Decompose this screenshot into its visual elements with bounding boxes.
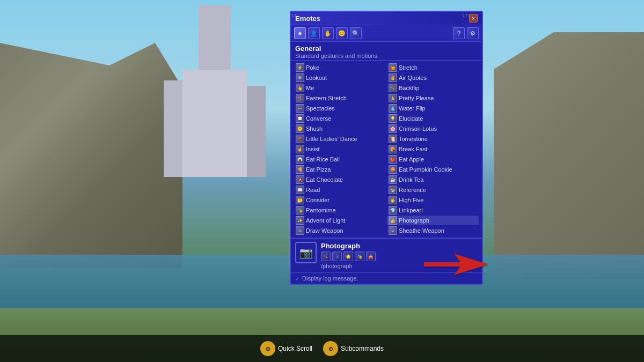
list-item[interactable]: 🍙Eat Rice Ball — [294, 154, 386, 164]
cliff-left — [0, 43, 182, 268]
emote-name: Consider — [306, 197, 330, 203]
bottom-bar: ⊙ Quick Scroll ⊙ Subcommands — [0, 335, 644, 362]
list-item[interactable]: 💃Little Ladies' Dance — [294, 134, 386, 144]
list-item[interactable]: 📚Reference — [387, 185, 479, 195]
emote-list-area[interactable]: ⚡Poke 👁Lookout 👆Me 🤸Eastern Stretch 👓Spe… — [291, 61, 482, 238]
emote-icon: 📖 — [296, 186, 304, 194]
list-item[interactable]: 🙆Stretch — [387, 63, 479, 72]
emote-icon: 🤫 — [296, 124, 304, 133]
emote-command: /photograph — [321, 263, 478, 269]
list-item[interactable]: 🍫Eat Chocolate — [294, 175, 386, 184]
list-item[interactable]: 🤸Backflip — [387, 83, 479, 93]
emote-name: Shush — [306, 125, 323, 132]
emote-icon: 👍 — [389, 216, 397, 225]
emote-icon: 🤸 — [389, 84, 397, 92]
list-item[interactable]: 🍕Eat Pizza — [294, 165, 386, 174]
list-item[interactable]: 🙏Pretty Please — [387, 93, 479, 103]
emote-icon: 👆 — [296, 84, 304, 92]
emote-name: Reference — [399, 187, 426, 193]
settings-button[interactable]: ⚙ — [467, 27, 479, 39]
sub-icon-5: 🎪 — [366, 252, 376, 261]
emote-name: Photograph — [399, 217, 429, 224]
emote-name: Poke — [306, 64, 319, 71]
list-item[interactable]: 👓Spectacles — [294, 104, 386, 113]
list-item[interactable]: 🤫Shush — [294, 124, 386, 134]
list-item[interactable]: 👁Lookout — [294, 73, 386, 83]
emote-icon: 🙆 — [389, 63, 397, 72]
emote-icon: 🎭 — [296, 206, 304, 215]
tab-search[interactable]: 🔍 — [350, 27, 362, 39]
emote-name: Draw Weapon — [306, 227, 343, 234]
list-item[interactable]: 💧Water Flip — [387, 104, 479, 113]
title-bar: LT↑ Emotes LT↓ × — [291, 12, 482, 25]
emote-icon: ☕ — [389, 175, 397, 184]
emote-icon: 🙏 — [389, 94, 397, 102]
emote-icon: 🍕 — [296, 165, 304, 174]
quick-scroll-icon: ⊙ — [260, 341, 275, 356]
emote-icon: ⚔ — [389, 226, 397, 235]
emote-name: Eastern Stretch — [306, 95, 347, 101]
emote-name: Elucidate — [399, 115, 423, 122]
emote-icon: 💬 — [296, 114, 304, 123]
list-item[interactable]: ✨Advent of Light — [294, 216, 386, 225]
sub-icon-2: ⚔ — [332, 252, 342, 261]
list-item[interactable]: 📜Tomestone — [387, 134, 479, 144]
emote-icon: 🖐 — [389, 196, 397, 204]
tab-row: ★ 👤 ✋ 😊 🔍 ? ⚙ — [291, 25, 482, 42]
hint-right: LT↓ — [463, 13, 470, 18]
list-item-photograph[interactable]: 👍Photograph — [387, 216, 479, 225]
emote-name: High Five — [399, 197, 423, 203]
emote-icon: 🍫 — [296, 175, 304, 184]
list-item[interactable]: 🤸Eastern Stretch — [294, 93, 386, 103]
quick-scroll-item: ⊙ Quick Scroll — [260, 341, 312, 356]
emote-name: Me — [306, 85, 314, 91]
emote-name: Eat Pumpkin Cookie — [399, 166, 452, 173]
log-check-icon: ✓ — [295, 276, 299, 282]
emote-name: Linkpearl — [399, 207, 423, 213]
list-item[interactable]: ☕Drink Tea — [387, 175, 479, 184]
emote-icon: 🤸 — [296, 94, 304, 102]
help-button[interactable]: ? — [453, 27, 465, 39]
list-item[interactable]: 💡Elucidate — [387, 114, 479, 123]
list-item[interactable]: 💬Converse — [294, 114, 386, 123]
list-item[interactable]: ⚔Draw Weapon — [294, 226, 386, 235]
tab-emotes[interactable]: ✋ — [322, 27, 334, 39]
list-item[interactable]: 💎Linkpearl — [387, 205, 479, 215]
list-item[interactable]: 🌸Crimson Lotus — [387, 124, 479, 134]
emote-name: Water Flip — [399, 105, 426, 112]
list-item[interactable]: ⚔Sheathe Weapon — [387, 226, 479, 235]
emote-icon: 👓 — [296, 104, 304, 113]
subcommands-item: ⊙ Subcommands — [323, 341, 384, 356]
emote-icon: ⚔ — [296, 226, 304, 235]
list-item[interactable]: 🥐Break Fast — [387, 144, 479, 154]
emote-icon: ✨ — [296, 216, 304, 225]
list-item[interactable]: ☝Insist — [294, 144, 386, 154]
list-item[interactable]: 🤔Consider — [294, 195, 386, 205]
hint-left: LT↑ — [292, 13, 299, 18]
list-item[interactable]: 👆Me — [294, 83, 386, 93]
tab-favorites[interactable]: ★ — [294, 27, 306, 39]
list-item[interactable]: 🎭Pantomime — [294, 205, 386, 215]
list-item[interactable]: 🖐High Five — [387, 195, 479, 205]
list-item[interactable]: ⚡Poke — [294, 63, 386, 72]
list-item[interactable]: 🍪Eat Pumpkin Cookie — [387, 165, 479, 174]
emote-name: Tomestone — [399, 136, 428, 142]
emote-detail-icons-row: 🤸 ⚔ 🌟 🎭 🎪 — [321, 252, 478, 261]
list-item[interactable]: ✌Air Quotes — [387, 73, 479, 83]
emote-name: Crimson Lotus — [399, 125, 437, 132]
tab-icons-right: ? ⚙ — [453, 27, 479, 39]
emote-icon: 📜 — [389, 135, 397, 143]
emote-icon: ⚡ — [296, 63, 304, 72]
tab-expressions[interactable]: 😊 — [336, 27, 348, 39]
list-item[interactable]: 📖Read — [294, 185, 386, 195]
emote-name: Break Fast — [399, 146, 427, 152]
category-title: General — [295, 45, 478, 53]
category-desc: Standard gestures and motions. — [295, 53, 478, 59]
castle — [161, 16, 268, 177]
emote-name: Spectacles — [306, 105, 335, 112]
emote-name: Stretch — [399, 64, 418, 71]
list-item[interactable]: 🍎Eat Apple — [387, 154, 479, 164]
tab-character[interactable]: 👤 — [308, 27, 320, 39]
emote-name: Lookout — [306, 75, 327, 81]
close-button[interactable]: × — [469, 14, 478, 23]
